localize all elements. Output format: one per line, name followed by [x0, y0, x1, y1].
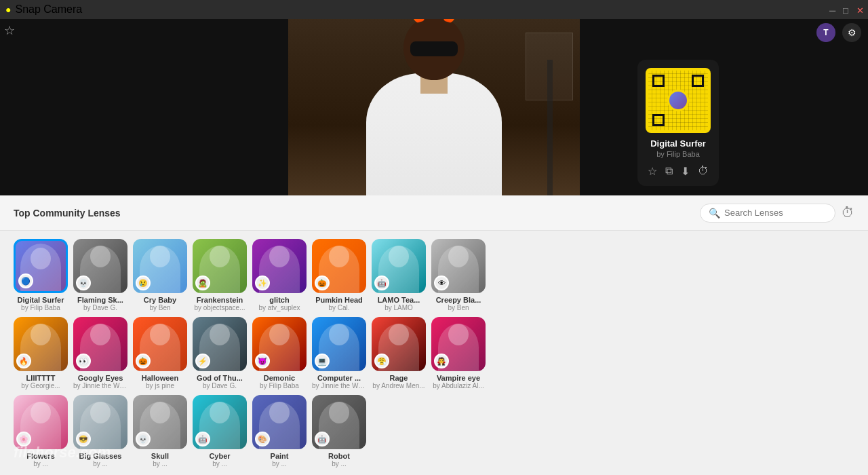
lens-item-halloween[interactable]: 🎃Halloweenby js pine	[133, 317, 187, 390]
lens-item-paint2[interactable]: 🎨Paintby ...	[252, 395, 307, 468]
lens-head-shape	[269, 402, 290, 423]
lens-item-frankenstein[interactable]: 🧟Frankensteinby objectspace...	[193, 239, 247, 311]
lens-qr-code	[646, 68, 711, 133]
lens-item-flowers[interactable]: 🌸Flowersby ...	[14, 395, 68, 468]
lens-author-flaming-skull: by Dave G.	[73, 304, 127, 311]
lens-author-halloween: by js pine	[133, 382, 187, 390]
lens-card-actions: ☆ ⧉ ⬇ ⏱	[646, 165, 711, 178]
lens-copy-button[interactable]: ⧉	[665, 165, 673, 178]
lens-badge-robot2: 🤖	[315, 432, 330, 446]
lens-history-button[interactable]: ⏱	[698, 165, 709, 178]
search-history-button[interactable]: ⏱	[841, 205, 854, 221]
lens-head-shape	[389, 246, 409, 267]
lens-thumb-googly-eyes: 👀	[73, 317, 127, 371]
lens-download-button[interactable]: ⬇	[681, 165, 690, 178]
lens-head-shape	[329, 324, 349, 345]
lens-head-shape	[210, 246, 230, 267]
settings-button[interactable]: ⚙	[842, 23, 861, 42]
lens-item-liiitttt[interactable]: 🔥LIIITTTTby Georgie...	[14, 317, 68, 390]
lens-badge-halloween: 🎃	[136, 354, 151, 368]
hero-background	[288, 19, 580, 195]
lens-card-avatar	[667, 90, 689, 111]
lens-name-flowers: Flowers	[14, 452, 68, 460]
lenses-row-2: 🔥LIIITTTTby Georgie...👀Googly Eyesby Jin…	[14, 317, 854, 390]
lenses-row-3: 🌸Flowersby ...😎Big Glassesby ...💀Skullby…	[14, 395, 854, 468]
lens-head-shape	[448, 324, 469, 345]
lens-item-glitch[interactable]: ✨glitchby atv_suplex	[252, 239, 307, 311]
lens-author-cyber2: by ...	[193, 460, 247, 468]
lens-badge-computer: 💻	[315, 354, 330, 368]
lens-name-cyber2: Cyber	[193, 452, 247, 460]
lens-head-shape	[150, 324, 170, 345]
maximize-button[interactable]: □	[841, 5, 849, 14]
lens-item-vampire-eye[interactable]: 🧛Vampire eyeby Abdulaziz Al...	[431, 317, 486, 390]
lens-author-flowers: by ...	[14, 460, 68, 468]
lens-name-demonic: Demonic	[252, 374, 307, 382]
lens-badge-vampire-eye: 🧛	[434, 354, 449, 368]
lens-item-lamo-tea[interactable]: 🤖LAMO Tea...by LAMO	[372, 239, 426, 311]
lens-name-halloween: Halloween	[133, 374, 187, 382]
lens-thumb-lamo-tea: 🤖	[372, 239, 426, 293]
lens-author-googly-eyes: by Jinnie the Wow	[73, 382, 127, 390]
lens-badge-frankenstein: 🧟	[195, 276, 210, 290]
snap-icon: ●	[5, 4, 11, 15]
lens-item-skull3[interactable]: 💀Skullby ...	[133, 395, 187, 468]
lens-author-creepy-bla: by Ben	[431, 304, 486, 311]
search-input[interactable]	[724, 208, 833, 218]
lens-author-frankenstein: by objectspace...	[193, 304, 247, 311]
lens-name-glitch: glitch	[252, 296, 307, 304]
lens-item-creepy-bla[interactable]: 👁Creepy Bla...by Ben	[431, 239, 486, 311]
lens-item-cry-baby[interactable]: 😢Cry Babyby Ben	[133, 239, 187, 311]
lens-thumb-halloween: 🎃	[133, 317, 187, 371]
lens-head-shape	[210, 402, 230, 423]
lens-head-shape	[389, 324, 409, 345]
lens-item-big-glasses[interactable]: 😎Big Glassesby ...	[73, 395, 127, 468]
lens-head-shape	[210, 324, 230, 345]
lens-thumb-frankenstein: 🧟	[193, 239, 247, 293]
lens-badge-rage: 😤	[374, 354, 389, 368]
lens-badge-paint2: 🎨	[255, 432, 270, 446]
lens-name-god-of-thu: God of Thu...	[193, 374, 247, 382]
lens-thumb-creepy-bla: 👁	[431, 239, 486, 293]
lens-head-shape	[150, 402, 170, 423]
minimize-button[interactable]: ─	[827, 5, 835, 14]
lens-item-computer[interactable]: 💻Computer ...by Jinnie the Wow	[312, 317, 366, 390]
lens-author-computer: by Jinnie the Wow	[312, 382, 366, 390]
lens-item-googly-eyes[interactable]: 👀Googly Eyesby Jinnie the Wow	[73, 317, 127, 390]
favorite-icon[interactable]: ☆	[4, 23, 15, 38]
lens-head-shape	[31, 402, 51, 423]
lens-name-digital-surfer: Digital Surfer	[14, 296, 68, 304]
lens-item-god-of-thu[interactable]: ⚡God of Thu...by Dave G.	[193, 317, 247, 390]
window-controls[interactable]: ─ □ ✕	[827, 5, 863, 14]
lens-thumb-god-of-thu: ⚡	[193, 317, 247, 371]
lens-thumb-skull3: 💀	[133, 395, 187, 449]
lens-thumb-flaming-skull: 💀	[73, 239, 127, 293]
lens-author-cry-baby: by Ben	[133, 304, 187, 311]
lens-head-shape	[31, 324, 51, 345]
lens-thumb-pumpkin-head: 🎃	[312, 239, 366, 293]
search-icon: 🔍	[709, 208, 720, 218]
lens-item-cyber2[interactable]: 🤖Cyberby ...	[193, 395, 247, 468]
lens-name-creepy-bla: Creepy Bla...	[431, 296, 486, 304]
lens-item-pumpkin-head[interactable]: 🎃Pumkin Headby Cal.	[312, 239, 366, 311]
titlebar-title: Snap Camera	[15, 3, 82, 16]
lens-head-shape	[329, 246, 349, 267]
lens-item-rage[interactable]: 😤Rageby Andrew Men...	[372, 317, 426, 390]
lens-head-shape	[90, 324, 111, 345]
twitch-button[interactable]: T	[816, 23, 835, 42]
lens-item-demonic[interactable]: 😈Demonicby Filip Baba	[252, 317, 307, 390]
lens-name-big-glasses: Big Glasses	[73, 452, 127, 460]
titlebar: ● Snap Camera ─ □ ✕	[0, 0, 868, 19]
lens-item-robot2[interactable]: 🤖Robotby ...	[312, 395, 366, 468]
lens-badge-flowers: 🌸	[16, 432, 31, 446]
lens-item-digital-surfer[interactable]: 🔵Digital Surferby Filip Baba	[14, 239, 68, 311]
lens-author-demonic: by Filip Baba	[252, 382, 307, 390]
lens-author-vampire-eye: by Abdulaziz Al...	[431, 382, 486, 390]
lens-favorite-button[interactable]: ☆	[648, 165, 657, 178]
lens-author-glitch: by atv_suplex	[252, 304, 307, 311]
lens-item-flaming-skull[interactable]: 💀Flaming Sk...by Dave G.	[73, 239, 127, 311]
search-box: 🔍	[700, 204, 835, 223]
lens-badge-lamo-tea: 🤖	[374, 276, 389, 290]
close-button[interactable]: ✕	[854, 5, 863, 14]
lens-author-paint2: by ...	[252, 460, 307, 468]
